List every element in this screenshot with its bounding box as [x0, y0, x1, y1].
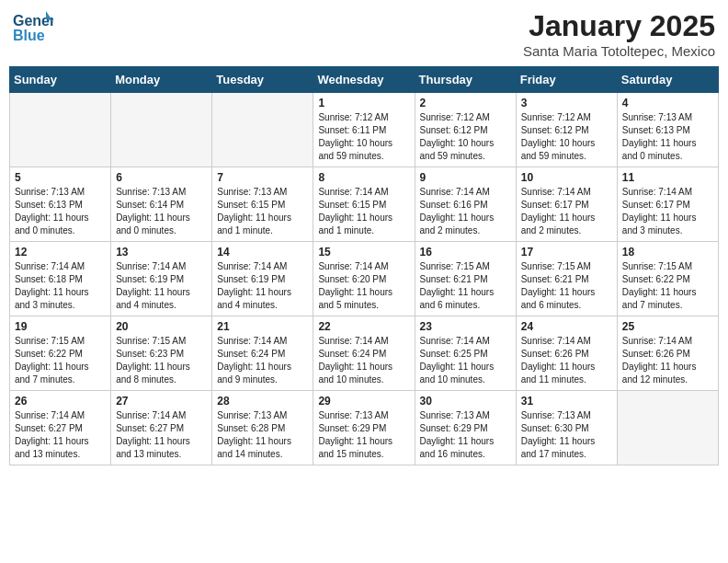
- calendar-day: 23Sunrise: 7:14 AMSunset: 6:25 PMDayligh…: [415, 316, 516, 391]
- logo: General Blue: [13, 9, 53, 41]
- calendar-day: [617, 391, 718, 465]
- calendar-day: 22Sunrise: 7:14 AMSunset: 6:24 PMDayligh…: [313, 316, 415, 391]
- day-header-friday: Friday: [516, 67, 617, 93]
- day-info: Sunrise: 7:14 AMSunset: 6:24 PMDaylight:…: [217, 335, 308, 386]
- day-number: 16: [420, 246, 511, 259]
- calendar-day: 16Sunrise: 7:15 AMSunset: 6:21 PMDayligh…: [415, 242, 516, 316]
- day-info: Sunrise: 7:14 AMSunset: 6:18 PMDaylight:…: [15, 260, 106, 312]
- day-info: Sunrise: 7:12 AMSunset: 6:11 PMDaylight:…: [318, 111, 409, 163]
- day-number: 1: [318, 97, 409, 109]
- day-number: 23: [420, 320, 511, 333]
- day-info: Sunrise: 7:15 AMSunset: 6:22 PMDaylight:…: [622, 260, 713, 312]
- day-number: 2: [420, 97, 511, 109]
- month-title: January 2025: [523, 9, 715, 43]
- calendar-day: 28Sunrise: 7:13 AMSunset: 6:28 PMDayligh…: [212, 391, 313, 465]
- day-number: 13: [116, 246, 207, 259]
- day-info: Sunrise: 7:14 AMSunset: 6:16 PMDaylight:…: [420, 186, 511, 237]
- calendar-day: 19Sunrise: 7:15 AMSunset: 6:22 PMDayligh…: [10, 316, 111, 391]
- day-info: Sunrise: 7:14 AMSunset: 6:26 PMDaylight:…: [521, 335, 612, 386]
- day-info: Sunrise: 7:13 AMSunset: 6:15 PMDaylight:…: [217, 186, 308, 237]
- day-number: 27: [116, 395, 207, 408]
- day-number: 29: [318, 395, 409, 408]
- calendar-day: 29Sunrise: 7:13 AMSunset: 6:29 PMDayligh…: [313, 391, 415, 465]
- calendar-week-5: 26Sunrise: 7:14 AMSunset: 6:27 PMDayligh…: [10, 391, 719, 465]
- day-info: Sunrise: 7:14 AMSunset: 6:24 PMDaylight:…: [318, 335, 409, 386]
- day-number: 5: [15, 171, 106, 184]
- calendar-day: 21Sunrise: 7:14 AMSunset: 6:24 PMDayligh…: [212, 316, 313, 391]
- day-number: 4: [622, 97, 713, 109]
- day-info: Sunrise: 7:14 AMSunset: 6:26 PMDaylight:…: [622, 335, 713, 386]
- calendar: SundayMondayTuesdayWednesdayThursdayFrid…: [9, 66, 719, 465]
- day-info: Sunrise: 7:15 AMSunset: 6:23 PMDaylight:…: [116, 335, 207, 386]
- calendar-day: 31Sunrise: 7:13 AMSunset: 6:30 PMDayligh…: [516, 391, 617, 465]
- logo-icon: General Blue: [13, 9, 50, 41]
- day-info: Sunrise: 7:13 AMSunset: 6:13 PMDaylight:…: [622, 111, 713, 163]
- calendar-day: [111, 93, 212, 167]
- calendar-day: 30Sunrise: 7:13 AMSunset: 6:29 PMDayligh…: [415, 391, 516, 465]
- day-info: Sunrise: 7:15 AMSunset: 6:21 PMDaylight:…: [521, 260, 612, 312]
- calendar-day: 7Sunrise: 7:13 AMSunset: 6:15 PMDaylight…: [212, 167, 313, 242]
- day-info: Sunrise: 7:12 AMSunset: 6:12 PMDaylight:…: [521, 111, 612, 163]
- calendar-day: 9Sunrise: 7:14 AMSunset: 6:16 PMDaylight…: [415, 167, 516, 242]
- day-info: Sunrise: 7:12 AMSunset: 6:12 PMDaylight:…: [420, 111, 511, 163]
- calendar-day: 14Sunrise: 7:14 AMSunset: 6:19 PMDayligh…: [212, 242, 313, 316]
- calendar-day: 15Sunrise: 7:14 AMSunset: 6:20 PMDayligh…: [313, 242, 415, 316]
- day-number: 10: [521, 171, 612, 184]
- page-header: General Blue January 2025 Santa Maria To…: [9, 9, 719, 59]
- day-info: Sunrise: 7:13 AMSunset: 6:14 PMDaylight:…: [116, 186, 207, 237]
- calendar-day: 5Sunrise: 7:13 AMSunset: 6:13 PMDaylight…: [10, 167, 111, 242]
- day-info: Sunrise: 7:14 AMSunset: 6:25 PMDaylight:…: [420, 335, 511, 386]
- calendar-day: 18Sunrise: 7:15 AMSunset: 6:22 PMDayligh…: [617, 242, 718, 316]
- day-number: 31: [521, 395, 612, 408]
- calendar-day: 2Sunrise: 7:12 AMSunset: 6:12 PMDaylight…: [415, 93, 516, 167]
- calendar-day: 3Sunrise: 7:12 AMSunset: 6:12 PMDaylight…: [516, 93, 617, 167]
- calendar-day: 4Sunrise: 7:13 AMSunset: 6:13 PMDaylight…: [617, 93, 718, 167]
- calendar-header-row: SundayMondayTuesdayWednesdayThursdayFrid…: [10, 67, 719, 93]
- calendar-day: 12Sunrise: 7:14 AMSunset: 6:18 PMDayligh…: [10, 242, 111, 316]
- day-number: 28: [217, 395, 308, 408]
- svg-text:Blue: Blue: [13, 28, 45, 43]
- calendar-day: 1Sunrise: 7:12 AMSunset: 6:11 PMDaylight…: [313, 93, 415, 167]
- day-info: Sunrise: 7:13 AMSunset: 6:13 PMDaylight:…: [15, 186, 106, 237]
- day-number: 20: [116, 320, 207, 333]
- day-number: 12: [15, 246, 106, 259]
- day-number: 25: [622, 320, 713, 333]
- calendar-day: 27Sunrise: 7:14 AMSunset: 6:27 PMDayligh…: [111, 391, 212, 465]
- day-number: 24: [521, 320, 612, 333]
- day-info: Sunrise: 7:14 AMSunset: 6:17 PMDaylight:…: [521, 186, 612, 237]
- day-info: Sunrise: 7:15 AMSunset: 6:22 PMDaylight:…: [15, 335, 106, 386]
- day-number: 8: [318, 171, 409, 184]
- day-header-tuesday: Tuesday: [212, 67, 313, 93]
- calendar-day: 11Sunrise: 7:14 AMSunset: 6:17 PMDayligh…: [617, 167, 718, 242]
- day-number: 3: [521, 97, 612, 109]
- day-number: 26: [15, 395, 106, 408]
- location: Santa Maria Totoltepec, Mexico: [523, 43, 715, 59]
- calendar-day: 10Sunrise: 7:14 AMSunset: 6:17 PMDayligh…: [516, 167, 617, 242]
- day-info: Sunrise: 7:14 AMSunset: 6:27 PMDaylight:…: [116, 409, 207, 461]
- day-number: 30: [420, 395, 511, 408]
- day-info: Sunrise: 7:14 AMSunset: 6:17 PMDaylight:…: [622, 186, 713, 237]
- day-number: 18: [622, 246, 713, 259]
- calendar-day: [212, 93, 313, 167]
- day-header-sunday: Sunday: [10, 67, 111, 93]
- calendar-week-2: 5Sunrise: 7:13 AMSunset: 6:13 PMDaylight…: [10, 167, 719, 242]
- day-info: Sunrise: 7:13 AMSunset: 6:30 PMDaylight:…: [521, 409, 612, 461]
- calendar-week-3: 12Sunrise: 7:14 AMSunset: 6:18 PMDayligh…: [10, 242, 719, 316]
- calendar-week-4: 19Sunrise: 7:15 AMSunset: 6:22 PMDayligh…: [10, 316, 719, 391]
- calendar-day: 13Sunrise: 7:14 AMSunset: 6:19 PMDayligh…: [111, 242, 212, 316]
- day-number: 6: [116, 171, 207, 184]
- title-block: January 2025 Santa Maria Totoltepec, Mex…: [523, 9, 715, 59]
- day-number: 9: [420, 171, 511, 184]
- calendar-day: 17Sunrise: 7:15 AMSunset: 6:21 PMDayligh…: [516, 242, 617, 316]
- day-header-saturday: Saturday: [617, 67, 718, 93]
- day-number: 11: [622, 171, 713, 184]
- calendar-day: 6Sunrise: 7:13 AMSunset: 6:14 PMDaylight…: [111, 167, 212, 242]
- day-number: 21: [217, 320, 308, 333]
- calendar-day: 20Sunrise: 7:15 AMSunset: 6:23 PMDayligh…: [111, 316, 212, 391]
- day-number: 22: [318, 320, 409, 333]
- calendar-day: 25Sunrise: 7:14 AMSunset: 6:26 PMDayligh…: [617, 316, 718, 391]
- day-info: Sunrise: 7:13 AMSunset: 6:29 PMDaylight:…: [420, 409, 511, 461]
- day-header-wednesday: Wednesday: [313, 67, 415, 93]
- calendar-day: 26Sunrise: 7:14 AMSunset: 6:27 PMDayligh…: [10, 391, 111, 465]
- day-info: Sunrise: 7:15 AMSunset: 6:21 PMDaylight:…: [420, 260, 511, 312]
